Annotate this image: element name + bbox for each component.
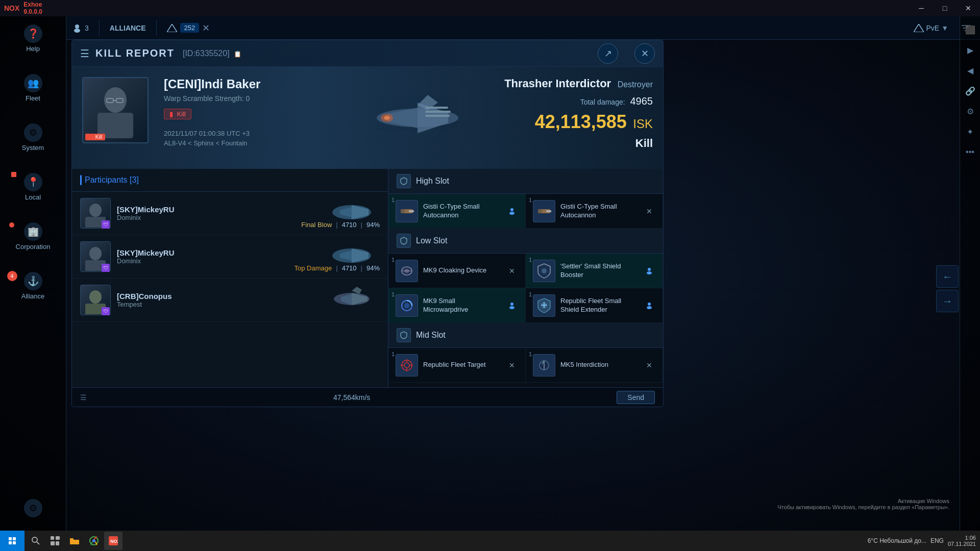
- svg-point-20: [384, 116, 390, 120]
- kill-type: Kill: [504, 137, 653, 150]
- chrome-taskbar[interactable]: [85, 532, 103, 550]
- svg-point-58: [648, 303, 651, 306]
- search-taskbar[interactable]: [27, 532, 45, 550]
- explorer-taskbar[interactable]: [65, 532, 84, 550]
- nav-divider-2: [156, 20, 157, 36]
- svg-point-50: [647, 271, 652, 274]
- nav-close-button[interactable]: ✕: [202, 22, 210, 34]
- kill-status-label: ▮ Kill: [164, 109, 191, 119]
- low-slot-item-2: 1 'Settler' Small Shield Booster: [526, 254, 663, 288]
- modal-menu-button[interactable]: ☰: [80, 47, 89, 60]
- fleet-icon: 👥: [24, 74, 42, 92]
- right-icon-2[interactable]: ▶: [962, 42, 978, 58]
- modal-title: KILL REPORT: [95, 47, 175, 59]
- slot-count-l3: 1: [391, 291, 395, 297]
- right-icon-4[interactable]: 🔗: [962, 83, 978, 99]
- sidebar-item-system[interactable]: ⚙ System: [5, 120, 61, 155]
- participant-item-1: 🛡 [SKY]MickeyRU Dominix Final Blow: [72, 192, 388, 235]
- low-slot-2-name: 'Settler' Small Shield Booster: [560, 262, 638, 280]
- item-icon-8: [536, 357, 552, 373]
- nav-user-count: 3: [72, 23, 89, 33]
- right-icon-3[interactable]: ◀: [962, 62, 978, 79]
- sidebar-item-local[interactable]: 📍 Local: [5, 170, 61, 204]
- svg-point-80: [92, 539, 95, 542]
- svg-marker-3: [914, 24, 924, 32]
- restore-button[interactable]: □: [933, 0, 957, 16]
- low-slot-2-action[interactable]: [643, 265, 655, 277]
- slots-panel: High Slot 1 Gistii C-Type Small Autocann: [388, 169, 663, 387]
- bottom-menu-icon[interactable]: ☰: [80, 393, 87, 402]
- svg-point-21: [89, 204, 102, 217]
- modal-close-button[interactable]: ✕: [634, 43, 655, 64]
- local-icon: 📍: [24, 173, 42, 191]
- svg-point-54: [509, 306, 514, 309]
- svg-point-61: [404, 363, 409, 368]
- sidebar-item-corporation[interactable]: 🏢 Corporation: [5, 219, 61, 254]
- low-slot-item-3: 1 MK9 Small Microwarpdrive: [388, 288, 526, 323]
- participant-1-stats: Final Blow | 4710 | 94%: [301, 221, 380, 229]
- content-area: Participants [3] 🛡: [72, 169, 663, 387]
- sidebar-help-label: Help: [26, 45, 40, 53]
- high-slot-header: High Slot: [388, 169, 663, 194]
- participant-item-2: 🛡 [SKY]MickeyRU Dominix Top Damage: [72, 235, 388, 279]
- mid-slot-2-action[interactable]: ✕: [643, 359, 655, 371]
- right-icon-5[interactable]: ⚙: [962, 103, 978, 119]
- item-icon-6: [536, 297, 552, 314]
- svg-rect-69: [9, 537, 12, 540]
- task-view-taskbar[interactable]: [46, 532, 64, 550]
- pve-dropdown-icon[interactable]: ▼: [941, 24, 948, 32]
- high-slot-2-action[interactable]: ✕: [643, 205, 655, 217]
- sidebar-corporation-label: Corporation: [16, 243, 51, 251]
- start-button[interactable]: [0, 531, 24, 551]
- stat-pct-1: 94%: [366, 221, 380, 229]
- sidebar-item-fleet[interactable]: 👥 Fleet: [5, 71, 61, 105]
- low-slot-header: Low Slot: [388, 229, 663, 254]
- player-avatar: Kill: [82, 77, 149, 143]
- send-button[interactable]: Send: [617, 391, 655, 404]
- low-slot-3-action[interactable]: [506, 299, 518, 312]
- low-slot-3-name: MK9 Small Microwarpdrive: [423, 297, 501, 314]
- external-link-button[interactable]: ↗: [598, 43, 618, 64]
- warp-scramble: Warp Scramble Strength: 0: [164, 94, 336, 103]
- slot-count-l1: 1: [391, 257, 395, 263]
- svg-rect-75: [51, 536, 54, 540]
- chrome-icon: [89, 536, 99, 545]
- close-button[interactable]: ✕: [957, 0, 980, 16]
- right-icon-dots[interactable]: •••: [962, 144, 978, 160]
- interdiction-icon: [533, 354, 555, 377]
- participants-bar-indicator: [80, 175, 82, 185]
- speed-display: 47,564km/s: [333, 393, 370, 402]
- kill-stats: Thrasher Interdictor Destroyer Total dam…: [494, 67, 663, 169]
- svg-rect-16: [425, 107, 448, 109]
- svg-marker-36: [352, 287, 362, 294]
- right-icon-6[interactable]: ✦: [962, 123, 978, 140]
- nav-ship-section: 252 ✕: [167, 22, 210, 34]
- low-slot-1-name: MK9 Cloaking Device: [423, 266, 501, 275]
- user-icon: [72, 23, 82, 33]
- participant-1-info: [SKY]MickeyRU Dominix: [117, 205, 323, 221]
- nav-arrow-left[interactable]: ←: [936, 265, 959, 288]
- sidebar: ❓ Help 👥 Fleet ⚙ System 📍 Local 🏢 Corpor…: [0, 16, 66, 531]
- nox-taskbar[interactable]: NOX: [104, 532, 122, 550]
- right-icon-1[interactable]: ⬛: [962, 21, 978, 38]
- participants-header: Participants [3]: [72, 169, 388, 192]
- high-slot-2-name: Gistii C-Type Small Autocannon: [560, 203, 638, 220]
- sidebar-item-alliance[interactable]: 4 ⚓ Alliance: [5, 269, 61, 303]
- nav-pve-mode[interactable]: PvE ▼: [914, 24, 948, 32]
- language-indicator: ENG: [930, 537, 944, 544]
- shield-icon-3: [400, 331, 408, 339]
- isk-label: ISK: [633, 117, 653, 131]
- nav-arrow-right[interactable]: →: [936, 290, 959, 312]
- high-slot-grid: 1 Gistii C-Type Small Autocannon: [388, 194, 663, 229]
- copy-icon[interactable]: 📋: [234, 51, 241, 58]
- minimize-button[interactable]: ─: [910, 0, 933, 16]
- high-slot-1-action[interactable]: [506, 205, 518, 217]
- sidebar-item-help[interactable]: ❓ Help: [5, 21, 61, 56]
- shield-icon-2: [400, 237, 408, 245]
- mid-slot-1-action[interactable]: ✕: [506, 359, 518, 371]
- low-slot-1-action[interactable]: ✕: [506, 265, 518, 277]
- low-slot-4-action[interactable]: [643, 299, 655, 312]
- settings-button[interactable]: ⚙: [5, 496, 61, 520]
- nav-bar: 3 ALLIANCE 252 ✕ PvE ▼: [66, 16, 980, 40]
- windows-watermark: Активация Windows Чтобы активировать Win…: [777, 498, 949, 510]
